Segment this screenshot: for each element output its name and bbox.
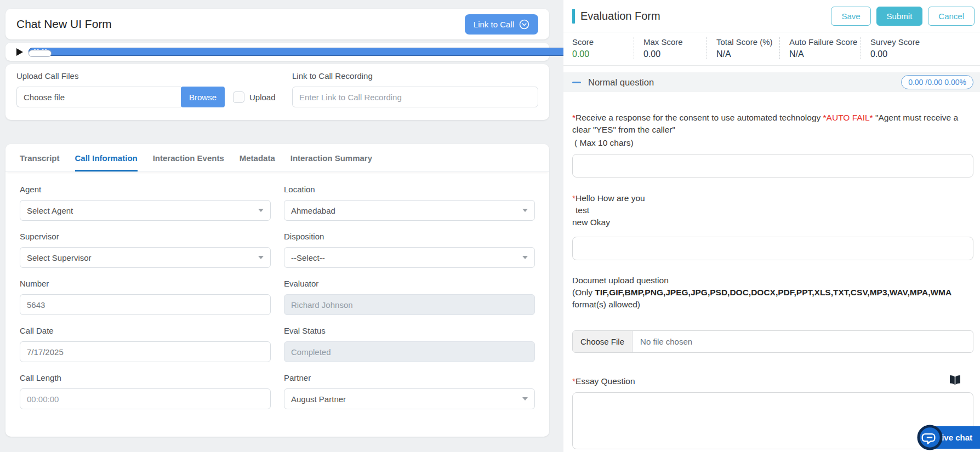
hello-answer-input[interactable] <box>572 237 973 260</box>
total-score-col: Total Score (%) N/A <box>706 37 779 59</box>
question-document-upload: Documet upload question (Only TIF,GIF,BM… <box>572 274 973 353</box>
upload-checkbox-label: Upload <box>249 93 276 102</box>
question-hello: *Hello How are you test new Okay <box>572 192 973 260</box>
field-partner: Partner August Partner <box>284 373 535 409</box>
collapse-section-icon[interactable] <box>572 82 581 83</box>
survey-score-label: Survey Score <box>870 37 920 47</box>
total-score-label: Total Score (%) <box>716 37 770 47</box>
caret-down-icon <box>522 256 528 259</box>
partner-label: Partner <box>284 373 535 382</box>
field-supervisor: Supervisor Select Supervisor <box>20 232 271 268</box>
evaluator-value: Richard Johnson <box>291 300 353 310</box>
link-to-call-button[interactable]: Link to Call <box>465 14 538 35</box>
question-hello-line2: test <box>572 204 973 216</box>
play-icon[interactable] <box>16 48 24 56</box>
call-date-label: Call Date <box>20 326 271 335</box>
max-chars-hint: ( Max 10 chars) <box>572 137 973 149</box>
document-file-input[interactable]: Choose File No file chosen <box>572 330 973 353</box>
formats-suffix: format(s) allowed) <box>572 300 640 309</box>
agent-label: Agent <box>20 185 271 194</box>
upload-checkbox[interactable] <box>233 91 244 103</box>
field-disposition: Disposition --Select-- <box>284 232 535 268</box>
upload-files-label: Upload Call Files <box>16 71 280 81</box>
chat-bubble-icon <box>916 424 943 451</box>
call-date-input[interactable]: 7/17/2025 <box>20 341 271 362</box>
document-upload-title: Documet upload question <box>572 274 973 287</box>
browse-button[interactable]: Browse <box>181 87 225 107</box>
call-information-form: Agent Select Agent Location Ahmedabad Su… <box>5 172 549 424</box>
essay-answer-textarea[interactable] <box>572 392 973 449</box>
eval-status-label: Eval Status <box>284 326 535 335</box>
submit-button[interactable]: Submit <box>876 7 923 26</box>
live-chat-widget[interactable]: Live chat <box>916 424 980 451</box>
allowed-formats-text: (Only TIF,GIF,BMP,PNG,JPEG,JPG,PSD,DOC,D… <box>572 287 973 311</box>
field-eval-status: Eval Status Completed <box>284 326 535 362</box>
tab-bar: Transcript Call Information Interaction … <box>5 144 549 172</box>
audio-seekbar[interactable]: 00:00 00:00 <box>29 48 510 56</box>
questions-area: *Receive a response for the consent to u… <box>563 112 980 451</box>
tab-interaction-events[interactable]: Interaction Events <box>153 153 224 171</box>
remaining-time-badge: 00:00 <box>29 50 52 57</box>
choose-file-button[interactable]: Choose File <box>573 331 633 352</box>
caret-down-icon <box>522 209 528 212</box>
location-select[interactable]: Ahmedabad <box>284 200 535 221</box>
location-value: Ahmedabad <box>291 206 335 215</box>
tab-call-information[interactable]: Call Information <box>75 153 138 171</box>
call-header-card: Chat New UI Form Link to Call <box>5 9 549 39</box>
partner-value: August Partner <box>291 394 346 404</box>
upload-card: Upload Call Files Choose file Browse Upl… <box>5 64 549 120</box>
upload-files-group: Upload Call Files Choose file Browse Upl… <box>16 71 280 107</box>
file-chosen-status: No file chosen <box>633 331 700 352</box>
call-length-input[interactable]: 00:00:00 <box>20 388 271 409</box>
location-label: Location <box>284 185 535 194</box>
tab-metadata[interactable]: Metadata <box>240 153 275 171</box>
disposition-select[interactable]: --Select-- <box>284 247 535 268</box>
auto-fail-flag: *AUTO FAIL* <box>823 113 873 122</box>
number-input[interactable]: 5643 <box>20 294 271 315</box>
field-call-length: Call Length 00:00:00 <box>20 373 271 409</box>
call-panel: Chat New UI Form Link to Call 00:00 00:0… <box>0 0 563 452</box>
tab-transcript[interactable]: Transcript <box>20 153 60 171</box>
disposition-value: --Select-- <box>291 253 325 262</box>
caret-down-icon <box>258 209 264 212</box>
recording-link-input[interactable] <box>292 87 538 107</box>
number-value: 5643 <box>27 300 45 310</box>
question-section-header: Normal question 0.00 /0.00 0.00% <box>563 72 980 92</box>
caret-down-icon <box>258 256 264 259</box>
consent-answer-input[interactable] <box>572 154 973 178</box>
supervisor-label: Supervisor <box>20 232 271 241</box>
total-score-value: N/A <box>716 49 770 59</box>
score-value: 0.00 <box>572 49 624 59</box>
caret-down-icon <box>522 397 528 400</box>
score-summary-strip: Score 0.00 Max Score 0.00 Total Score (%… <box>563 32 980 66</box>
question-consent-text: *Receive a response for the consent to u… <box>572 112 973 136</box>
score-col: Score 0.00 <box>563 37 634 59</box>
tab-interaction-summary[interactable]: Interaction Summary <box>290 153 372 171</box>
save-button[interactable]: Save <box>831 7 870 26</box>
cancel-button[interactable]: Cancel <box>928 7 975 26</box>
recording-link-group: Link to Call Recording <box>292 71 538 107</box>
evaluator-input: Richard Johnson <box>284 294 535 315</box>
essay-question-label: *Essay Question <box>572 375 635 387</box>
call-length-value: 00:00:00 <box>27 394 59 404</box>
partner-select[interactable]: August Partner <box>284 388 535 409</box>
link-to-call-label: Link to Call <box>474 20 514 29</box>
section-title: Normal question <box>588 77 654 88</box>
evaluation-header: Evaluation Form Save Submit Cancel <box>563 0 980 32</box>
book-icon[interactable] <box>949 375 961 387</box>
number-label: Number <box>20 279 271 288</box>
question-consent: *Receive a response for the consent to u… <box>572 112 973 178</box>
call-length-label: Call Length <box>20 373 271 382</box>
question-hello-line1: *Hello How are you <box>572 192 973 204</box>
supervisor-select[interactable]: Select Supervisor <box>20 247 271 268</box>
title-accent-bar <box>572 9 575 24</box>
section-score-badge: 0.00 /0.00 0.00% <box>901 75 973 89</box>
circle-chevron-down-icon <box>519 19 529 30</box>
elapsed-time-badge: 00:00 <box>29 48 592 56</box>
field-agent: Agent Select Agent <box>20 185 271 221</box>
supervisor-value: Select Supervisor <box>27 253 92 262</box>
choose-file-input[interactable]: Choose file <box>16 87 181 107</box>
agent-select[interactable]: Select Agent <box>20 200 271 221</box>
agent-value: Select Agent <box>27 206 73 215</box>
max-score-label: Max Score <box>643 37 697 47</box>
